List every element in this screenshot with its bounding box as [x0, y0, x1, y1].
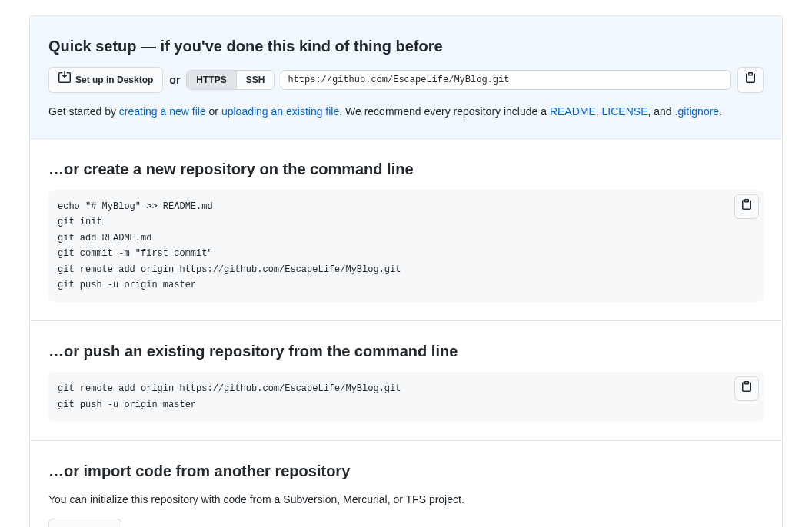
copy-create-code-button[interactable] [734, 194, 759, 219]
create-repo-heading: …or create a new repository on the comma… [48, 157, 764, 181]
push-repo-heading: …or push an existing repository from the… [48, 340, 764, 363]
create-repo-section: …or create a new repository on the comma… [30, 139, 782, 321]
link-gitignore[interactable]: .gitignore [675, 105, 720, 118]
protocol-toggle: HTTPS SSH [186, 70, 275, 90]
setup-row: Set up in Desktop or HTTPS SSH [48, 67, 764, 93]
clipboard-icon [744, 71, 757, 88]
import-repo-section: …or import code from another repository … [30, 441, 782, 527]
get-started-text: Get started by creating a new file or up… [48, 104, 764, 120]
clipboard-icon [740, 380, 753, 397]
repo-url-input[interactable] [281, 70, 731, 90]
desktop-download-icon [58, 71, 71, 88]
quick-setup-panel: Quick setup — if you've done this kind o… [30, 16, 782, 139]
create-code-block[interactable]: echo "# MyBlog" >> README.md git init gi… [48, 190, 764, 302]
push-code-wrap: git remote add origin https://github.com… [48, 372, 764, 422]
copy-push-code-button[interactable] [734, 376, 759, 401]
link-readme[interactable]: README [550, 105, 596, 118]
repo-setup-container: Quick setup — if you've done this kind o… [29, 15, 783, 527]
ssh-toggle[interactable]: SSH [237, 71, 275, 89]
setup-desktop-button[interactable]: Set up in Desktop [48, 67, 163, 93]
push-repo-section: …or push an existing repository from the… [30, 321, 782, 441]
import-repo-heading: …or import code from another repository [48, 459, 764, 482]
link-license[interactable]: LICENSE [602, 105, 648, 118]
copy-url-button[interactable] [737, 67, 764, 93]
import-code-button[interactable]: Import code [48, 519, 121, 527]
setup-desktop-label: Set up in Desktop [75, 72, 153, 88]
import-repo-text: You can initialize this repository with … [48, 492, 764, 508]
quick-setup-heading: Quick setup — if you've done this kind o… [48, 35, 764, 58]
link-new-file[interactable]: creating a new file [119, 105, 206, 118]
link-upload-file[interactable]: uploading an existing file [221, 105, 339, 118]
create-code-wrap: echo "# MyBlog" >> README.md git init gi… [48, 190, 764, 302]
https-toggle[interactable]: HTTPS [187, 71, 236, 89]
clipboard-icon [740, 198, 753, 215]
or-separator: or [169, 72, 180, 88]
push-code-block[interactable]: git remote add origin https://github.com… [48, 372, 764, 422]
